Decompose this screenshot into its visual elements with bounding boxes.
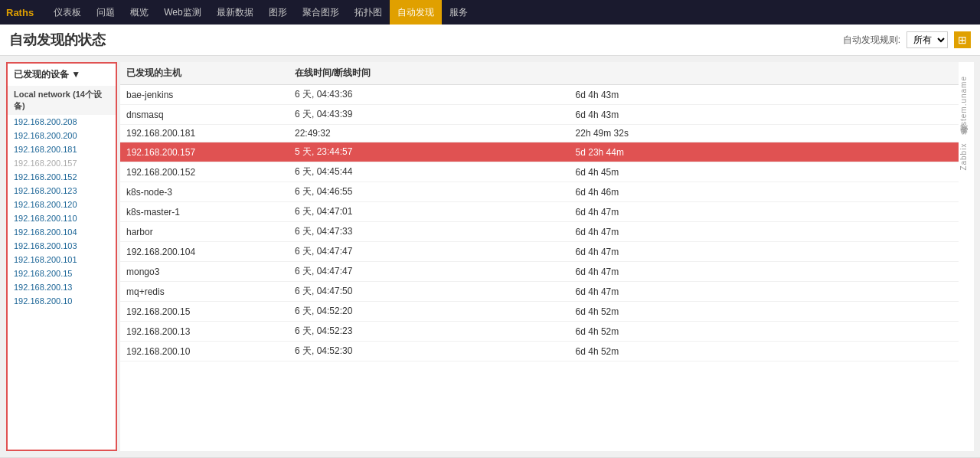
col-header-extra <box>570 62 959 85</box>
device-list: 192.168.200.208192.168.200.200192.168.20… <box>8 115 116 308</box>
nav-maps[interactable]: 拓扑图 <box>347 0 390 25</box>
page-title: 自动发现的状态 <box>9 31 106 49</box>
left-panel-header[interactable]: 已发现的设备 ▼ <box>8 64 116 86</box>
left-panel-device-item[interactable]: 192.168.200.15 <box>8 267 116 280</box>
nav-web[interactable]: Web监测 <box>156 0 208 25</box>
cell-uptime: 6d 4h 47m <box>570 202 959 222</box>
col-header-host: 已发现的主机 <box>120 62 289 85</box>
nav-dashboard[interactable]: 仪表板 <box>46 0 89 25</box>
cell-online-time: 6 天, 04:47:50 <box>289 282 570 302</box>
cell-host: k8s-node-3 <box>120 182 289 202</box>
cell-uptime: 6d 4h 52m <box>570 342 959 361</box>
table-row: k8s-master-16 天, 04:47:016d 4h 47m <box>120 202 959 222</box>
left-panel-device-item[interactable]: 192.168.200.103 <box>8 239 116 253</box>
top-navigation: Raths 仪表板 问题 概览 Web监测 最新数据 图形 聚合图形 拓扑图 自… <box>0 0 980 25</box>
cell-host: harbor <box>120 222 289 242</box>
main-content: 已发现的设备 ▼ Local network (14个设备) 192.168.2… <box>0 56 980 457</box>
vertical-label: Zabbix 客户端 system.uname <box>959 76 969 171</box>
table-row: 192.168.200.18122:49:3222h 49m 32s <box>120 125 959 142</box>
cell-uptime: 6d 4h 45m <box>570 162 959 182</box>
cell-uptime: 6d 4h 47m <box>570 222 959 242</box>
left-panel-device-item[interactable]: 192.168.200.110 <box>8 211 116 225</box>
vertical-label-area: Zabbix 客户端 system.uname <box>959 68 974 355</box>
col-header-uptime: 在线时间/断线时间 <box>289 62 570 85</box>
cell-online-time: 5 天, 23:44:57 <box>289 142 570 162</box>
cell-host: mongo3 <box>120 262 289 282</box>
cell-online-time: 6 天, 04:52:20 <box>289 302 570 322</box>
cell-online-time: 6 天, 04:47:01 <box>289 202 570 222</box>
left-panel-device-item[interactable]: 192.168.200.120 <box>8 198 116 211</box>
cell-online-time: 6 天, 04:47:33 <box>289 222 570 242</box>
left-panel-device-item[interactable]: 192.168.200.101 <box>8 253 116 267</box>
table-row: 192.168.200.136 天, 04:52:236d 4h 52m <box>120 322 959 342</box>
page-header: 自动发现的状态 自动发现规则: 所有 ⊞ <box>0 25 980 56</box>
table-row: 192.168.200.1575 天, 23:44:575d 23h 44m <box>120 142 959 162</box>
cell-host: 192.168.200.157 <box>120 142 289 162</box>
brand-name: Raths <box>6 7 34 18</box>
cell-online-time: 22:49:32 <box>289 125 570 142</box>
cell-host: 192.168.200.10 <box>120 342 289 361</box>
left-panel-device-item[interactable]: 192.168.200.157 <box>8 156 116 170</box>
nav-screens[interactable]: 聚合图形 <box>295 0 347 25</box>
brand-logo: Raths <box>6 7 34 18</box>
cell-host: mq+redis <box>120 282 289 302</box>
left-panel-device-item[interactable]: 192.168.200.208 <box>8 115 116 129</box>
filter-select[interactable]: 所有 <box>906 31 948 48</box>
cell-host: 192.168.200.104 <box>120 242 289 262</box>
filter-label: 自动发现规则: <box>843 34 900 47</box>
cell-uptime: 6d 4h 47m <box>570 282 959 302</box>
cell-host: 192.168.200.181 <box>120 125 289 142</box>
left-panel-device-item[interactable]: 192.168.200.200 <box>8 129 116 142</box>
cell-online-time: 6 天, 04:46:55 <box>289 182 570 202</box>
nav-discovery[interactable]: 自动发现 <box>390 0 442 25</box>
cell-uptime: 22h 49m 32s <box>570 125 959 142</box>
table-row: bae-jenkins6 天, 04:43:366d 4h 43m <box>120 85 959 105</box>
nav-latest-data[interactable]: 最新数据 <box>209 0 261 25</box>
cell-uptime: 6d 4h 52m <box>570 302 959 322</box>
cell-online-time: 6 天, 04:47:47 <box>289 242 570 262</box>
nav-services[interactable]: 服务 <box>442 0 475 25</box>
cell-host: 192.168.200.15 <box>120 302 289 322</box>
filter-apply-button[interactable]: ⊞ <box>954 31 971 48</box>
cell-online-time: 6 天, 04:47:47 <box>289 262 570 282</box>
left-panel-device-item[interactable]: 192.168.200.13 <box>8 280 116 294</box>
left-panel: 已发现的设备 ▼ Local network (14个设备) 192.168.2… <box>6 62 117 451</box>
nav-overview[interactable]: 概览 <box>122 0 156 25</box>
cell-uptime: 6d 4h 47m <box>570 242 959 262</box>
table-row: 192.168.200.1046 天, 04:47:476d 4h 47m <box>120 242 959 262</box>
cell-online-time: 6 天, 04:45:44 <box>289 162 570 182</box>
cell-uptime: 5d 23h 44m <box>570 142 959 162</box>
cell-host: 192.168.200.13 <box>120 322 289 342</box>
cell-host: bae-jenkins <box>120 85 289 105</box>
cell-uptime: 6d 4h 47m <box>570 262 959 282</box>
table-row: harbor6 天, 04:47:336d 4h 47m <box>120 222 959 242</box>
cell-online-time: 6 天, 04:43:39 <box>289 105 570 125</box>
table-row: 192.168.200.106 天, 04:52:306d 4h 52m <box>120 342 959 361</box>
table-row: mq+redis6 天, 04:47:506d 4h 47m <box>120 282 959 302</box>
table-row: mongo36 天, 04:47:476d 4h 47m <box>120 262 959 282</box>
cell-host: dnsmasq <box>120 105 289 125</box>
table-area: 已发现的主机 在线时间/断线时间 bae-jenkins6 天, 04:43:3… <box>120 62 974 451</box>
table-body: bae-jenkins6 天, 04:43:366d 4h 43mdnsmasq… <box>120 85 959 361</box>
cell-uptime: 6d 4h 43m <box>570 105 959 125</box>
cell-online-time: 6 天, 04:52:30 <box>289 342 570 361</box>
table-row: 192.168.200.1526 天, 04:45:446d 4h 45m <box>120 162 959 182</box>
cell-host: 192.168.200.152 <box>120 162 289 182</box>
cell-online-time: 6 天, 04:52:23 <box>289 322 570 342</box>
cell-online-time: 6 天, 04:43:36 <box>289 85 570 105</box>
nav-graphs[interactable]: 图形 <box>261 0 295 25</box>
cell-uptime: 6d 4h 52m <box>570 322 959 342</box>
table-row: 192.168.200.156 天, 04:52:206d 4h 52m <box>120 302 959 322</box>
cell-host: k8s-master-1 <box>120 202 289 222</box>
left-panel-device-item[interactable]: 192.168.200.10 <box>8 294 116 308</box>
device-group-label: Local network (14个设备) <box>8 86 116 115</box>
filter-bar: 自动发现规则: 所有 ⊞ <box>843 31 971 48</box>
left-panel-device-item[interactable]: 192.168.200.104 <box>8 225 116 239</box>
nav-problems[interactable]: 问题 <box>89 0 122 25</box>
cell-uptime: 6d 4h 46m <box>570 182 959 202</box>
left-panel-device-item[interactable]: 192.168.200.181 <box>8 142 116 156</box>
discovery-table: 已发现的主机 在线时间/断线时间 bae-jenkins6 天, 04:43:3… <box>120 62 959 361</box>
left-panel-device-item[interactable]: 192.168.200.152 <box>8 170 116 184</box>
table-row: k8s-node-36 天, 04:46:556d 4h 46m <box>120 182 959 202</box>
left-panel-device-item[interactable]: 192.168.200.123 <box>8 184 116 198</box>
